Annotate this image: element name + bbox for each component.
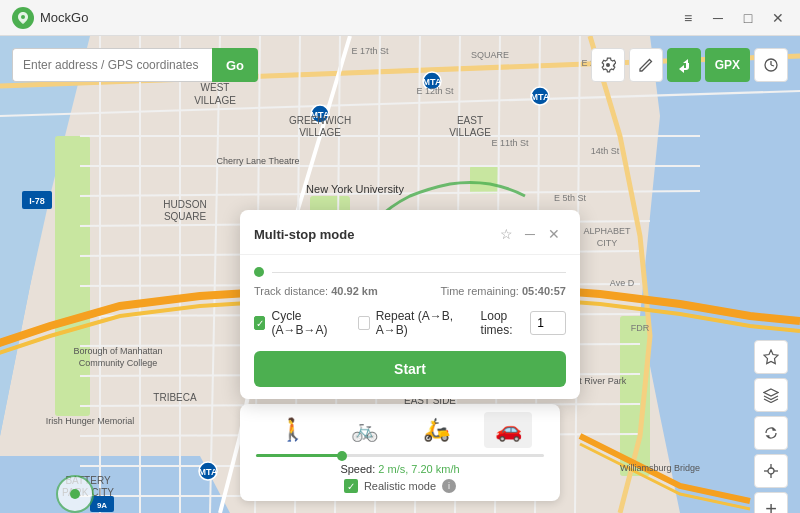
- svg-text:Community College: Community College: [79, 358, 158, 368]
- maximize-button[interactable]: □: [734, 4, 762, 32]
- svg-rect-6: [470, 166, 498, 194]
- search-bar: Go: [12, 48, 258, 82]
- realistic-mode-row: ✓ Realistic mode i: [256, 479, 544, 493]
- svg-text:Irish Hunger Memorial: Irish Hunger Memorial: [46, 416, 135, 426]
- svg-text:SQUARE: SQUARE: [471, 50, 509, 60]
- realistic-mode-label: Realistic mode: [364, 480, 436, 492]
- svg-text:Borough of Manhattan: Borough of Manhattan: [73, 346, 162, 356]
- svg-text:New York University: New York University: [306, 183, 404, 195]
- share-button[interactable]: [667, 48, 701, 82]
- dialog-title: Multi-stop mode: [254, 227, 494, 242]
- pencil-button[interactable]: [629, 48, 663, 82]
- dialog-body: Track distance: 40.92 km Time remaining:…: [240, 255, 580, 399]
- svg-text:Williamsburg Bridge: Williamsburg Bridge: [620, 463, 700, 473]
- svg-text:I-78: I-78: [29, 196, 45, 206]
- star-sidebar-button[interactable]: [754, 340, 788, 374]
- top-toolbar: GPX: [591, 48, 788, 82]
- dialog-minimize-button[interactable]: ─: [518, 222, 542, 246]
- right-sidebar: + −: [754, 340, 788, 513]
- svg-point-85: [70, 489, 80, 499]
- svg-text:MTA: MTA: [531, 92, 550, 102]
- svg-text:14th St: 14th St: [591, 146, 620, 156]
- svg-text:TRIBECA: TRIBECA: [153, 392, 197, 403]
- walk-transport[interactable]: 🚶: [268, 412, 316, 448]
- go-button[interactable]: Go: [212, 48, 258, 82]
- window-controls: ≡ ─ □ ✕: [674, 4, 800, 32]
- svg-text:SQUARE: SQUARE: [164, 211, 207, 222]
- dialog-star-button[interactable]: ☆: [494, 222, 518, 246]
- layers-button[interactable]: [754, 378, 788, 412]
- svg-text:VILLAGE: VILLAGE: [449, 127, 491, 138]
- titlebar: MockGo ≡ ─ □ ✕: [0, 0, 800, 36]
- speed-text: Speed: 2 m/s, 7.20 km/h: [256, 463, 544, 475]
- transport-bar: 🚶 🚲 🛵 🚗 Speed: 2 m/s, 7.20 km/h ✓ Realis…: [240, 404, 560, 501]
- time-remaining-label: Time remaining: 05:40:57: [440, 285, 566, 297]
- cycle-checkbox-label[interactable]: ✓ Cycle (A→B→A): [254, 309, 342, 337]
- repeat-label: Repeat (A→B, A→B): [376, 309, 465, 337]
- location-button[interactable]: [754, 454, 788, 488]
- svg-text:9A: 9A: [97, 501, 107, 510]
- gpx-button[interactable]: GPX: [705, 48, 750, 82]
- svg-text:Ave D: Ave D: [610, 278, 635, 288]
- menu-button[interactable]: ≡: [674, 4, 702, 32]
- svg-point-1: [21, 15, 25, 19]
- multistop-dialog: Multi-stop mode ☆ ─ ✕ Track distance: 40…: [240, 210, 580, 399]
- svg-text:CITY: CITY: [597, 238, 618, 248]
- app-title: MockGo: [40, 10, 88, 25]
- speed-handle: [337, 451, 347, 461]
- svg-text:VILLAGE: VILLAGE: [299, 127, 341, 138]
- repeat-checkbox-label[interactable]: Repeat (A→B, A→B): [358, 309, 464, 337]
- close-button[interactable]: ✕: [764, 4, 792, 32]
- bike-transport[interactable]: 🚲: [340, 412, 388, 448]
- speed-fill: [256, 454, 342, 457]
- speed-value: 2 m/s, 7.20 km/h: [378, 463, 459, 475]
- svg-line-88: [771, 65, 774, 66]
- track-distance-label: Track distance: 40.92 km: [254, 285, 378, 297]
- svg-text:VILLAGE: VILLAGE: [194, 95, 236, 106]
- route-start-point: [254, 267, 566, 277]
- search-input[interactable]: [12, 48, 212, 82]
- info-icon[interactable]: i: [442, 479, 456, 493]
- cycle-label: Cycle (A→B→A): [271, 309, 342, 337]
- svg-text:WEST: WEST: [201, 82, 230, 93]
- svg-point-89: [768, 468, 774, 474]
- loop-times-input[interactable]: [530, 311, 566, 335]
- repeat-checkbox[interactable]: [358, 316, 370, 330]
- svg-text:E 17th St: E 17th St: [351, 46, 389, 56]
- track-info: Track distance: 40.92 km Time remaining:…: [254, 285, 566, 297]
- svg-text:Cherry Lane Theatre: Cherry Lane Theatre: [217, 156, 300, 166]
- moped-transport[interactable]: 🛵: [412, 412, 460, 448]
- clock-button[interactable]: [754, 48, 788, 82]
- start-dot: [254, 267, 264, 277]
- svg-text:E 5th St: E 5th St: [554, 193, 587, 203]
- svg-text:E 12th St: E 12th St: [416, 86, 454, 96]
- settings-button[interactable]: [591, 48, 625, 82]
- realistic-mode-checkbox[interactable]: ✓: [344, 479, 358, 493]
- loop-times-row: Loop times:: [481, 309, 566, 337]
- refresh-button[interactable]: [754, 416, 788, 450]
- svg-text:GREENWICH: GREENWICH: [289, 115, 351, 126]
- svg-text:ALPHABET: ALPHABET: [583, 226, 631, 236]
- transport-icons: 🚶 🚲 🛵 🚗: [256, 412, 544, 448]
- logo-icon: [12, 7, 34, 29]
- dialog-close-button[interactable]: ✕: [542, 222, 566, 246]
- cycle-checkbox[interactable]: ✓: [254, 316, 265, 330]
- speed-slider[interactable]: [256, 454, 544, 457]
- dialog-header: Multi-stop mode ☆ ─ ✕: [240, 210, 580, 255]
- minimize-button[interactable]: ─: [704, 4, 732, 32]
- route-line: [272, 272, 566, 273]
- svg-text:FDR: FDR: [631, 323, 650, 333]
- options-row: ✓ Cycle (A→B→A) Repeat (A→B, A→B) Loop t…: [254, 309, 566, 337]
- start-button[interactable]: Start: [254, 351, 566, 387]
- loop-times-label: Loop times:: [481, 309, 522, 337]
- svg-text:HUDSON: HUDSON: [163, 199, 206, 210]
- svg-rect-3: [55, 136, 90, 416]
- car-transport[interactable]: 🚗: [484, 412, 532, 448]
- app-logo: MockGo: [0, 7, 88, 29]
- svg-text:MTA: MTA: [199, 467, 218, 477]
- zoom-in-button[interactable]: +: [754, 492, 788, 513]
- svg-text:EAST: EAST: [457, 115, 483, 126]
- svg-text:E 11th St: E 11th St: [491, 138, 529, 148]
